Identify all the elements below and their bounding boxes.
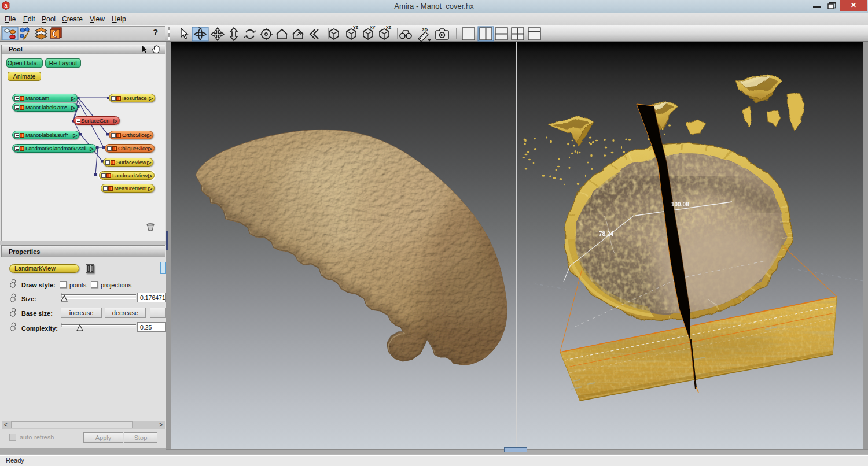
svg-text:XZ: XZ	[386, 25, 392, 29]
svg-text:a: a	[4, 2, 8, 9]
svg-text:78.24: 78.24	[599, 231, 613, 237]
svg-text:2D: 2D	[422, 27, 428, 32]
svg-text:100.08: 100.08	[671, 201, 689, 208]
svg-text:YZ: YZ	[353, 25, 359, 29]
svg-text:XY: XY	[370, 25, 376, 29]
